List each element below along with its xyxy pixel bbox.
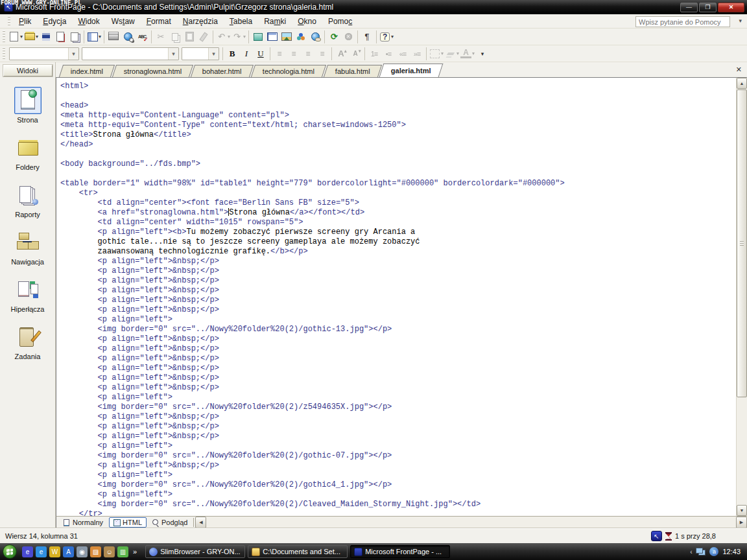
highlight-button[interactable]: ▾ bbox=[444, 47, 460, 61]
publish-site-button[interactable]: ▾ bbox=[67, 30, 82, 44]
restore-button[interactable]: ❐ bbox=[699, 3, 717, 12]
scrollbar-thumb[interactable] bbox=[737, 89, 747, 397]
quicklaunch-icon-8[interactable]: ▥ bbox=[117, 546, 128, 557]
menu-item[interactable]: Ramki bbox=[258, 15, 292, 28]
help-button[interactable]: ?▾ bbox=[379, 30, 394, 44]
align-center-button[interactable]: ≡▾ bbox=[287, 47, 301, 61]
view-item[interactable]: Raporty bbox=[2, 181, 54, 218]
quicklaunch-icon-4[interactable]: A bbox=[63, 546, 74, 557]
save-button[interactable]: ▾ bbox=[39, 30, 53, 44]
italic-button[interactable]: I▾ bbox=[239, 47, 254, 61]
toolbar-grip[interactable] bbox=[3, 30, 5, 43]
scroll-right-icon[interactable]: ▶ bbox=[736, 517, 747, 528]
increase-indent-button[interactable]: »≡▾ bbox=[410, 47, 424, 61]
quicklaunch-overflow-chevron[interactable]: » bbox=[131, 548, 139, 555]
web-component-button[interactable]: ▾ bbox=[251, 30, 265, 44]
drawing-button[interactable]: ▾ bbox=[294, 30, 308, 44]
insert-table-button[interactable]: ▾ bbox=[265, 30, 279, 44]
view-item[interactable]: Foldery bbox=[2, 134, 54, 171]
view-tab[interactable]: HTML bbox=[109, 517, 147, 528]
document-tab[interactable]: bohater.html bbox=[191, 65, 254, 77]
spelling-button[interactable]: ABC▾ bbox=[135, 30, 149, 44]
bold-button[interactable]: B▾ bbox=[225, 47, 239, 61]
code-editor[interactable]: <html> <head><meta http-equiv="Content-L… bbox=[56, 78, 736, 516]
tray-network-icon[interactable] bbox=[696, 548, 706, 555]
bulleted-list-button[interactable]: •≡▾ bbox=[381, 47, 396, 61]
new-page-button[interactable]: ▾ bbox=[8, 30, 23, 44]
increase-font-button[interactable]: A▾ bbox=[334, 47, 348, 61]
font-combo[interactable] bbox=[82, 47, 179, 60]
style-combo[interactable] bbox=[9, 47, 79, 60]
scroll-left-icon[interactable]: ◀ bbox=[195, 517, 206, 528]
format-painter-button[interactable]: ▾ bbox=[196, 30, 211, 44]
font-size-combo[interactable] bbox=[182, 47, 219, 60]
menu-item[interactable]: Narzędzia bbox=[177, 15, 224, 28]
taskbar-task-button[interactable]: Microsoft FrontPage - ... bbox=[350, 545, 450, 558]
view-item[interactable]: Zadania bbox=[2, 323, 54, 360]
quicklaunch-icon-2[interactable]: e bbox=[36, 546, 47, 557]
underline-button[interactable]: U▾ bbox=[254, 47, 268, 61]
cut-button[interactable]: ▾ bbox=[154, 30, 168, 44]
refresh-button[interactable]: ▾ bbox=[327, 30, 341, 44]
toolbar-options-button[interactable]: ▾▾ bbox=[475, 47, 490, 61]
insert-picture-button[interactable]: ▾ bbox=[279, 30, 294, 44]
close-page-icon[interactable]: ✕ bbox=[736, 66, 742, 73]
tray-app-icon[interactable]: a bbox=[709, 547, 718, 556]
redo-button[interactable]: ▾ bbox=[231, 30, 246, 44]
font-color-button[interactable]: A▾ bbox=[460, 47, 475, 61]
menu-item[interactable]: Format bbox=[141, 15, 177, 28]
menu-item[interactable]: Wstaw bbox=[106, 15, 141, 28]
minimize-button[interactable]: — bbox=[680, 3, 698, 12]
menu-item[interactable]: Widok bbox=[72, 15, 105, 28]
align-left-button[interactable]: ≡▾ bbox=[272, 47, 287, 61]
find-button[interactable]: ▾ bbox=[53, 30, 67, 44]
stop-button[interactable]: ▾ bbox=[341, 30, 355, 44]
undo-button[interactable]: ▾ bbox=[215, 30, 231, 44]
align-right-button[interactable]: ≡▾ bbox=[301, 47, 315, 61]
close-button[interactable]: ✕ bbox=[718, 3, 744, 12]
document-tab[interactable]: stronaglowna.html bbox=[112, 65, 193, 77]
insert-hyperlink-button[interactable]: ▾ bbox=[308, 30, 322, 44]
open-button[interactable]: ▾ bbox=[23, 30, 39, 44]
decrease-indent-button[interactable]: «≡▾ bbox=[396, 47, 410, 61]
toolbar-grip[interactable] bbox=[3, 47, 5, 60]
menu-item[interactable]: Tabela bbox=[224, 15, 258, 28]
show-all-button[interactable]: ¶▾ bbox=[360, 30, 374, 44]
justify-button[interactable]: ≡▾ bbox=[315, 47, 329, 61]
print-button[interactable]: ▾ bbox=[106, 30, 121, 44]
vertical-scrollbar[interactable]: ▲ ▼ bbox=[736, 78, 747, 516]
toggle-pane-button[interactable]: ▾ bbox=[86, 30, 102, 44]
numbered-list-button[interactable]: 1≡▾ bbox=[367, 47, 381, 61]
view-item[interactable]: Hiperłącza bbox=[2, 276, 54, 313]
document-tab[interactable]: technologia.html bbox=[251, 65, 326, 77]
quicklaunch-icon-7[interactable]: ☺ bbox=[104, 546, 115, 557]
menu-item[interactable]: Pomoc bbox=[322, 15, 358, 28]
view-item[interactable]: Strona bbox=[2, 87, 54, 124]
menu-item[interactable]: Okno bbox=[292, 15, 322, 28]
copy-button[interactable]: ▾ bbox=[168, 30, 182, 44]
start-button[interactable] bbox=[3, 544, 17, 559]
decrease-font-button[interactable]: A▾ bbox=[348, 47, 362, 61]
view-tab[interactable]: Podgląd bbox=[148, 517, 192, 528]
document-tab[interactable]: index.html bbox=[59, 65, 115, 77]
preview-in-browser-button[interactable]: ▾ bbox=[121, 30, 135, 44]
view-item[interactable]: Nawigacja bbox=[2, 229, 54, 266]
quicklaunch-icon-6[interactable]: ▨ bbox=[90, 546, 101, 557]
help-dropdown-icon[interactable]: ▾ bbox=[739, 18, 742, 24]
quicklaunch-icon-5[interactable]: ◉ bbox=[77, 546, 88, 557]
scroll-up-icon[interactable]: ▲ bbox=[737, 78, 747, 89]
toolbar-grip[interactable] bbox=[8, 16, 10, 26]
menu-item[interactable]: Plik bbox=[13, 15, 37, 28]
borders-button[interactable]: ▾ bbox=[429, 47, 444, 61]
taskbar-task-button[interactable]: C:\Documents and Set... bbox=[248, 545, 348, 558]
quicklaunch-icon-1[interactable]: e bbox=[22, 546, 33, 557]
tray-expand-chevron[interactable]: ‹ bbox=[690, 548, 692, 555]
paste-button[interactable]: ▾ bbox=[182, 30, 196, 44]
horizontal-scrollbar[interactable]: ◀ ▶ bbox=[195, 517, 747, 528]
taskbar-task-button[interactable]: SlimBrowser - GRY-ON... bbox=[145, 545, 245, 558]
document-tab[interactable]: galeria.html bbox=[379, 64, 443, 77]
help-search-input[interactable] bbox=[635, 16, 730, 27]
view-tab[interactable]: Normalny bbox=[59, 517, 108, 528]
document-tab[interactable]: fabula.html bbox=[324, 65, 382, 77]
menu-item[interactable]: Edycja bbox=[37, 15, 72, 28]
